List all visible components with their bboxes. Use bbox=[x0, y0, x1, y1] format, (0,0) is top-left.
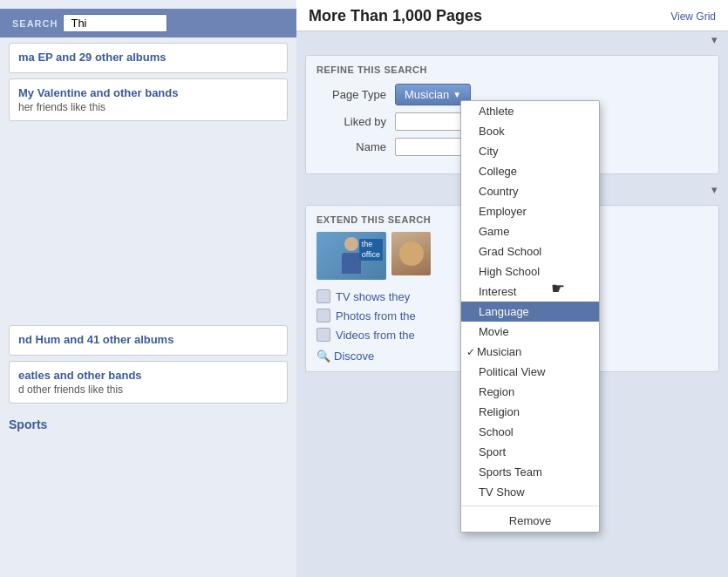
right-panel: More Than 1,000 Pages View Grid ▾ REFINE… bbox=[296, 0, 728, 577]
discover-label: Discove bbox=[334, 350, 374, 363]
dropdown-menu-item[interactable]: Sports Team bbox=[461, 462, 599, 482]
list-item-icon-3 bbox=[316, 328, 330, 342]
chevron-row: ▾ bbox=[296, 31, 728, 48]
list-item-icon-1 bbox=[316, 289, 330, 303]
dropdown-menu-item[interactable]: Religion bbox=[461, 402, 599, 422]
person-head bbox=[344, 237, 358, 251]
search-input[interactable] bbox=[63, 14, 167, 32]
page-type-label: Page Type bbox=[316, 88, 386, 101]
right-header: More Than 1,000 Pages View Grid bbox=[296, 0, 728, 31]
app-layout: SEARCH ma EP and 29 other albums My Vale… bbox=[0, 0, 728, 577]
extend-list-label-3: Videos from the bbox=[336, 329, 415, 342]
extend-list-label-2: Photos from the bbox=[336, 309, 416, 322]
dropdown-remove-item[interactable]: Remove bbox=[461, 510, 599, 532]
overlay-text: theoffice bbox=[359, 239, 383, 261]
album-card-2: My Valentine and other bands her friends… bbox=[9, 78, 288, 121]
dropdown-menu-item[interactable]: Athlete bbox=[461, 101, 599, 121]
extend-image-1: theoffice bbox=[316, 232, 386, 280]
dropdown-arrow-icon: ▼ bbox=[452, 90, 461, 99]
extend-list-label-1: TV shows they bbox=[336, 290, 410, 303]
conan-head bbox=[399, 241, 424, 266]
search-label: SEARCH bbox=[12, 18, 58, 29]
sports-label: Sports bbox=[0, 409, 296, 431]
chevron-down-icon-2: ▾ bbox=[711, 183, 718, 196]
album-title-3: nd Hum and 41 other albums bbox=[18, 333, 278, 346]
album-card-4: eatles and other bands d other friends l… bbox=[9, 361, 288, 404]
extend-image-2 bbox=[391, 232, 431, 275]
dropdown-menu-item[interactable]: Employer bbox=[461, 201, 599, 221]
dropdown-menu-item[interactable]: School bbox=[461, 422, 599, 442]
dropdown-menu-item[interactable]: Game bbox=[461, 221, 599, 241]
dropdown-menu-item[interactable]: TV Show bbox=[461, 482, 599, 502]
dropdown-items-container: AthleteBookCityCollegeCountryEmployerGam… bbox=[461, 101, 599, 502]
search-icon: 🔍 bbox=[316, 350, 330, 363]
dropdown-menu-item[interactable]: Movie bbox=[461, 322, 599, 342]
person-body bbox=[342, 253, 361, 274]
dropdown-menu-item[interactable]: College bbox=[461, 161, 599, 181]
dropdown-menu-item[interactable]: Grad School bbox=[461, 241, 599, 261]
dropdown-menu: AthleteBookCityCollegeCountryEmployerGam… bbox=[460, 100, 600, 533]
page-title: More Than 1,000 Pages bbox=[309, 7, 482, 25]
dropdown-menu-item[interactable]: Sport bbox=[461, 442, 599, 462]
dropdown-divider bbox=[461, 506, 599, 506]
album-card-1: ma EP and 29 other albums bbox=[9, 43, 288, 73]
album-title-4: eatles and other bands bbox=[18, 369, 278, 382]
dropdown-menu-item[interactable]: Book bbox=[461, 121, 599, 141]
chevron-down-icon: ▾ bbox=[711, 33, 718, 46]
dropdown-menu-item[interactable]: Political View bbox=[461, 362, 599, 382]
conan-image-bg bbox=[391, 232, 431, 275]
left-panel: SEARCH ma EP and 29 other albums My Vale… bbox=[0, 0, 296, 577]
dropdown-menu-item[interactable]: Country bbox=[461, 181, 599, 201]
album-sub-2: her friends like this bbox=[18, 101, 278, 113]
dropdown-menu-item[interactable]: Language bbox=[461, 302, 599, 322]
liked-by-label: Liked by bbox=[316, 115, 386, 128]
album-title-1: ma EP and 29 other albums bbox=[18, 51, 278, 64]
dropdown-selected-value: Musician bbox=[405, 88, 449, 101]
refine-title: REFINE THIS SEARCH bbox=[316, 64, 708, 75]
search-bar-area: SEARCH bbox=[0, 9, 296, 37]
list-item-icon-2 bbox=[316, 309, 330, 322]
album-sub-4: d other friends like this bbox=[18, 384, 278, 396]
dropdown-menu-item[interactable]: High School bbox=[461, 261, 599, 282]
album-title-2: My Valentine and other bands bbox=[18, 86, 278, 99]
dropdown-menu-item[interactable]: Musician bbox=[461, 342, 599, 362]
view-grid-link[interactable]: View Grid bbox=[670, 10, 716, 23]
album-card-3: nd Hum and 41 other albums bbox=[9, 325, 288, 356]
name-label: Name bbox=[316, 140, 386, 153]
dropdown-menu-item[interactable]: City bbox=[461, 141, 599, 161]
dropdown-menu-item[interactable]: Region bbox=[461, 382, 599, 402]
dropdown-menu-item[interactable]: Interest bbox=[461, 282, 599, 302]
